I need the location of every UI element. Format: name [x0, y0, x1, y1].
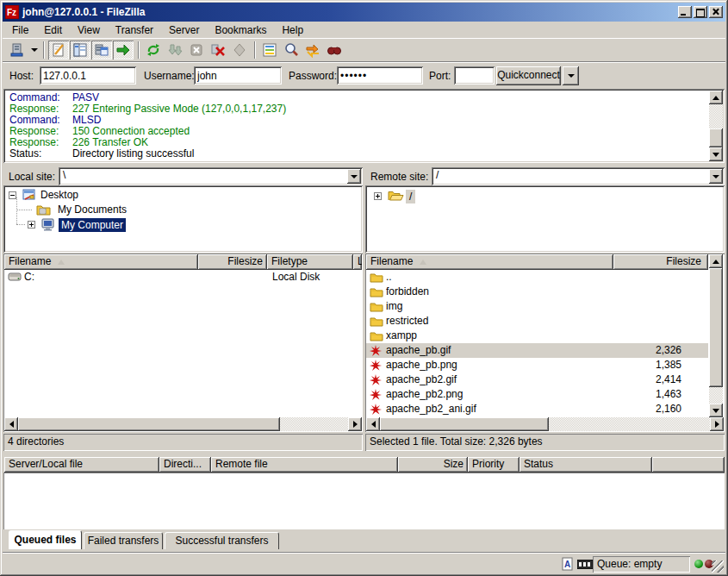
tree-item-desktop[interactable]: Desktop: [3, 188, 361, 203]
refresh-button[interactable]: [143, 41, 164, 59]
file-name: apache_pb2_ani.gif: [386, 402, 476, 416]
file-row[interactable]: apache_pb2_ani.gif 2,160: [366, 402, 708, 416]
column-header-filename[interactable]: Filename: [4, 254, 198, 270]
refresh-icon: [146, 42, 161, 58]
folder-icon: [370, 272, 383, 283]
column-header-filesize[interactable]: Filesize: [613, 254, 708, 270]
remote-hscrollbar-thumb[interactable]: [380, 417, 549, 431]
column-header-filetype[interactable]: Filetype: [267, 254, 353, 270]
scroll-left-button[interactable]: [4, 417, 18, 431]
process-queue-button[interactable]: [165, 41, 185, 59]
tab-failed-transfers[interactable]: Failed transfers: [84, 532, 163, 549]
menu-file[interactable]: File: [4, 22, 36, 38]
tree-item-my-documents[interactable]: My Documents: [3, 203, 361, 217]
image-file-icon: [370, 404, 382, 416]
scroll-right-button[interactable]: [348, 417, 362, 431]
site-manager-button[interactable]: [7, 41, 28, 59]
minimize-button[interactable]: [678, 6, 692, 18]
queue-status: Queue: empty: [593, 556, 690, 573]
folder-icon: [370, 286, 383, 297]
file-row[interactable]: C: Local Disk: [4, 270, 362, 285]
site-manager-dropdown[interactable]: [28, 41, 40, 59]
remote-site-dropdown[interactable]: [709, 169, 723, 184]
disconnect-button[interactable]: [208, 41, 228, 59]
password-input[interactable]: [337, 66, 423, 85]
file-row[interactable]: apache_pb2.png 1,463: [366, 387, 708, 402]
tab-successful-transfers[interactable]: Successful transfers: [165, 532, 279, 549]
column-header-status[interactable]: Status: [520, 457, 652, 473]
directory-listing-filters-button[interactable]: [259, 41, 280, 59]
cancel-operation-button[interactable]: [186, 41, 207, 59]
menu-bookmarks[interactable]: Bookmarks: [207, 22, 274, 38]
local-hscrollbar-thumb[interactable]: [18, 417, 280, 431]
column-header-partial[interactable]: L: [353, 254, 362, 270]
remote-site-combobox[interactable]: /: [432, 167, 725, 185]
file-row[interactable]: forbidden: [366, 285, 708, 299]
menu-transfer[interactable]: Transfer: [108, 22, 161, 38]
file-row-selected[interactable]: apache_pb.gif 2,326: [366, 343, 708, 358]
tree-item-my-computer[interactable]: My Computer: [3, 217, 361, 232]
menu-view[interactable]: View: [70, 22, 108, 38]
username-input[interactable]: [194, 66, 282, 85]
arrow-right-icon: [715, 421, 719, 428]
directory-comparison-button[interactable]: [281, 41, 302, 59]
file-row[interactable]: img: [366, 299, 708, 314]
maximize-button[interactable]: [694, 6, 707, 18]
quickconnect-button[interactable]: Quickconnect: [496, 66, 561, 85]
column-header-remote-file[interactable]: Remote file: [211, 457, 398, 473]
folder-icon: [370, 301, 383, 312]
remote-vscrollbar-thumb[interactable]: [709, 268, 723, 387]
scroll-up-button[interactable]: [709, 91, 723, 104]
transfer-queue-list[interactable]: [3, 473, 725, 529]
reconnect-button[interactable]: [229, 41, 250, 59]
scroll-up-button[interactable]: [709, 254, 723, 268]
file-row[interactable]: ..: [366, 270, 708, 285]
svg-text:A: A: [564, 560, 570, 569]
quickconnect-dropdown[interactable]: [563, 66, 579, 85]
scroll-down-button[interactable]: [709, 147, 723, 161]
scroll-down-button[interactable]: [709, 404, 723, 417]
column-header-priority[interactable]: Priority: [468, 457, 520, 473]
titlebar: Fz john@127.0.0.1 - FileZilla: [3, 3, 725, 22]
toggle-transfer-queue-button[interactable]: [113, 41, 134, 59]
resize-grip[interactable]: [712, 560, 724, 573]
arrow-right-icon: [353, 421, 358, 428]
scroll-left-button[interactable]: [366, 417, 380, 431]
expand-toggle[interactable]: [374, 192, 382, 200]
remote-site-value: /: [436, 169, 439, 181]
column-header-size[interactable]: Size: [398, 457, 468, 473]
log-scrollbar-thumb[interactable]: [709, 128, 723, 147]
file-name: apache_pb2.gif: [386, 373, 457, 387]
find-files-button[interactable]: [324, 41, 345, 59]
tree-item-root[interactable]: /: [365, 189, 723, 203]
close-button[interactable]: [709, 6, 723, 18]
arrow-left-icon: [9, 421, 14, 428]
file-row[interactable]: restricted: [366, 314, 708, 329]
host-input[interactable]: [40, 66, 136, 85]
tab-queued-files[interactable]: Queued files: [9, 530, 82, 549]
column-header-direction[interactable]: Directi...: [159, 457, 211, 473]
local-pane-status: 4 directories: [3, 434, 363, 451]
menubar: File Edit View Transfer Server Bookmarks…: [3, 22, 725, 38]
toggle-remote-tree-button[interactable]: [91, 41, 112, 59]
file-row[interactable]: xampp: [366, 329, 708, 343]
image-file-icon: [370, 345, 382, 357]
menu-help[interactable]: Help: [274, 22, 311, 38]
scroll-right-button[interactable]: [710, 417, 724, 431]
column-header-filesize[interactable]: Filesize: [198, 254, 267, 270]
menu-server[interactable]: Server: [161, 22, 207, 38]
column-header-filename[interactable]: Filename: [366, 254, 613, 270]
image-file-icon: [370, 389, 382, 401]
file-row[interactable]: apache_pb.png 1,385: [366, 358, 708, 373]
file-row[interactable]: apache_pb2.gif 2,414: [366, 373, 708, 387]
menu-edit[interactable]: Edit: [36, 22, 70, 38]
expand-toggle[interactable]: [28, 221, 35, 229]
synchronized-browsing-button[interactable]: [302, 41, 323, 59]
local-site-dropdown[interactable]: [347, 169, 361, 184]
collapse-toggle[interactable]: [9, 191, 16, 199]
local-site-combobox[interactable]: \: [59, 167, 363, 185]
port-input[interactable]: [454, 66, 495, 85]
toggle-message-log-button[interactable]: [48, 41, 69, 59]
column-header-server-local-file[interactable]: Server/Local file: [4, 457, 159, 473]
toggle-local-tree-button[interactable]: [70, 41, 90, 59]
